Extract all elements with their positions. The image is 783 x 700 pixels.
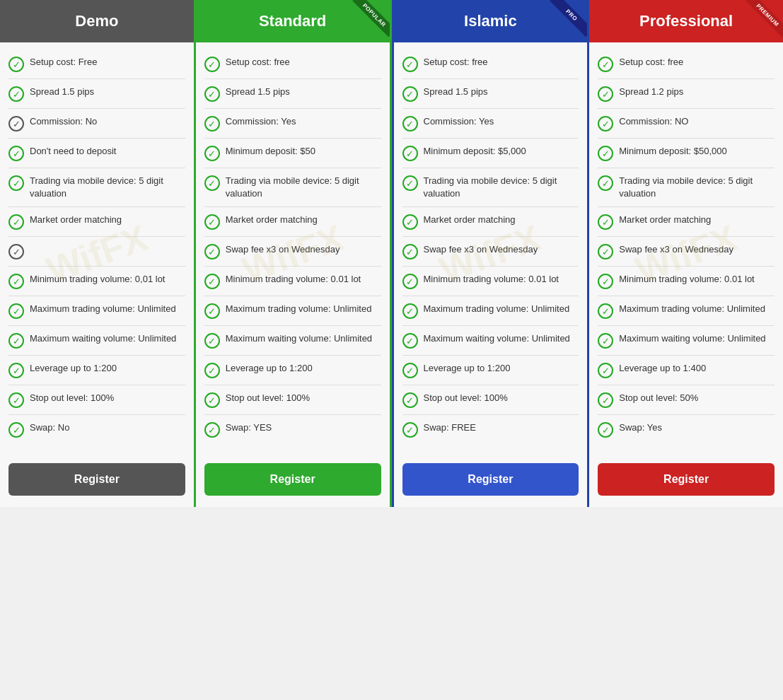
feature-row-islamic-1: ✓Spread 1.5 pips xyxy=(402,79,579,109)
check-icon-standard-5: ✓ xyxy=(204,214,220,230)
check-icon-standard-1: ✓ xyxy=(204,86,220,102)
check-icon-demo-9: ✓ xyxy=(8,333,24,349)
feature-row-islamic-10: ✓Leverage up to 1:200 xyxy=(402,356,579,385)
feature-text-standard-5: Market order matching xyxy=(226,214,318,226)
check-icon-demo-11: ✓ xyxy=(8,392,24,408)
badge-standard: POPULAR xyxy=(340,0,390,49)
feature-text-islamic-7: Minimum trading volume: 0.01 lot xyxy=(424,273,559,286)
check-icon-professional-0: ✓ xyxy=(598,57,613,72)
check-icon-islamic-2: ✓ xyxy=(402,116,418,132)
feature-text-demo-4: Trading via mobile device: 5 digit valua… xyxy=(30,175,185,200)
feature-row-islamic-0: ✓Setup cost: free xyxy=(402,49,579,79)
badge-professional: PREMIUM xyxy=(733,0,783,49)
feature-row-professional-11: ✓Stop out level: 50% xyxy=(598,385,775,415)
feature-text-professional-9: Maximum waiting volume: Unlimited xyxy=(619,332,765,345)
check-icon-islamic-1: ✓ xyxy=(402,86,418,102)
check-icon-professional-9: ✓ xyxy=(598,333,613,349)
column-body-demo: ✓Setup cost: Free✓Spread 1.5 pips✓Commis… xyxy=(0,42,194,452)
feature-row-islamic-12: ✓Swap: FREE xyxy=(402,415,579,445)
feature-text-professional-11: Stop out level: 50% xyxy=(619,392,698,404)
check-icon-standard-3: ✓ xyxy=(204,146,220,161)
feature-row-demo-11: ✓Stop out level: 100% xyxy=(8,385,185,415)
feature-text-professional-7: Minimum trading volume: 0.01 lot xyxy=(619,273,754,286)
feature-row-islamic-6: ✓Swap fee x3 on Wednesday xyxy=(402,237,579,267)
feature-text-demo-7: Minimum trading volume: 0,01 lot xyxy=(30,273,165,286)
badge-islamic: PRO xyxy=(538,0,587,49)
column-title-islamic: Islamic xyxy=(464,12,517,30)
check-icon-islamic-10: ✓ xyxy=(402,363,418,378)
feature-row-standard-6: ✓Swap fee x3 on Wednesday xyxy=(204,237,381,267)
feature-row-demo-3: ✓Don't need to deposit xyxy=(8,139,185,168)
feature-row-standard-3: ✓Minimum deposit: $50 xyxy=(204,139,381,168)
feature-row-demo-12: ✓Swap: No xyxy=(8,415,185,445)
feature-text-standard-1: Spread 1.5 pips xyxy=(226,86,290,98)
feature-text-professional-2: Commission: NO xyxy=(619,115,688,128)
feature-row-demo-7: ✓Minimum trading volume: 0,01 lot xyxy=(8,267,185,296)
check-icon-islamic-0: ✓ xyxy=(402,57,418,72)
register-button-demo[interactable]: Register xyxy=(8,463,185,496)
feature-row-demo-1: ✓Spread 1.5 pips xyxy=(8,79,185,109)
check-icon-professional-3: ✓ xyxy=(598,146,613,161)
feature-text-demo-11: Stop out level: 100% xyxy=(30,392,114,404)
column-professional: ProfessionalPREMIUMWifFX✓Setup cost: fre… xyxy=(589,0,783,507)
check-icon-standard-4: ✓ xyxy=(204,175,220,191)
feature-row-professional-6: ✓Swap fee x3 on Wednesday xyxy=(598,237,775,267)
feature-row-professional-4: ✓Trading via mobile device: 5 digit valu… xyxy=(598,168,775,207)
feature-row-islamic-8: ✓Maximum trading volume: Unlimited xyxy=(402,296,579,326)
register-button-islamic[interactable]: Register xyxy=(402,463,579,496)
feature-row-demo-8: ✓Maximum trading volume: Unlimited xyxy=(8,296,185,326)
feature-row-demo-5: ✓Market order matching xyxy=(8,207,185,237)
check-icon-professional-2: ✓ xyxy=(598,116,613,132)
feature-row-islamic-11: ✓Stop out level: 100% xyxy=(402,385,579,415)
check-icon-standard-11: ✓ xyxy=(204,392,220,408)
column-title-standard: Standard xyxy=(259,12,326,30)
feature-row-standard-12: ✓Swap: YES xyxy=(204,415,381,445)
column-body-islamic: ✓Setup cost: free✓Spread 1.5 pips✓Commis… xyxy=(394,42,588,452)
feature-row-professional-3: ✓Minimum deposit: $50,000 xyxy=(598,139,775,168)
feature-text-islamic-4: Trading via mobile device: 5 digit valua… xyxy=(424,175,579,200)
check-icon-professional-12: ✓ xyxy=(598,422,613,438)
feature-text-standard-9: Maximum waiting volume: Unlimited xyxy=(226,332,372,345)
column-title-professional: Professional xyxy=(639,12,733,30)
feature-row-standard-0: ✓Setup cost: free xyxy=(204,49,381,79)
feature-row-demo-9: ✓Maximum waiting volume: Unlimited xyxy=(8,326,185,356)
feature-row-standard-1: ✓Spread 1.5 pips xyxy=(204,79,381,109)
feature-text-demo-2: Commission: No xyxy=(30,115,97,128)
feature-text-demo-8: Maximum trading volume: Unlimited xyxy=(30,303,176,315)
check-icon-islamic-3: ✓ xyxy=(402,146,418,161)
check-icon-islamic-4: ✓ xyxy=(402,175,418,191)
feature-text-standard-2: Commission: Yes xyxy=(226,115,296,128)
feature-text-professional-4: Trading via mobile device: 5 digit valua… xyxy=(619,175,775,200)
feature-row-professional-2: ✓Commission: NO xyxy=(598,109,775,139)
feature-row-professional-7: ✓Minimum trading volume: 0.01 lot xyxy=(598,267,775,296)
feature-row-islamic-5: ✓Market order matching xyxy=(402,207,579,237)
register-button-professional[interactable]: Register xyxy=(598,463,775,496)
column-body-professional: ✓Setup cost: free✓Spread 1.2 pips✓Commis… xyxy=(589,42,783,452)
column-header-demo: Demo xyxy=(0,0,194,42)
feature-row-professional-8: ✓Maximum trading volume: Unlimited xyxy=(598,296,775,326)
check-icon-standard-8: ✓ xyxy=(204,303,220,319)
column-title-demo: Demo xyxy=(75,12,118,30)
check-icon-demo-0: ✓ xyxy=(8,57,24,72)
column-body-standard: ✓Setup cost: free✓Spread 1.5 pips✓Commis… xyxy=(196,42,390,452)
register-button-standard[interactable]: Register xyxy=(204,463,381,496)
check-icon-professional-10: ✓ xyxy=(598,363,613,378)
check-icon-professional-5: ✓ xyxy=(598,214,613,230)
feature-text-standard-8: Maximum trading volume: Unlimited xyxy=(226,303,372,315)
check-icon-standard-9: ✓ xyxy=(204,333,220,349)
feature-text-professional-1: Spread 1.2 pips xyxy=(619,86,683,98)
feature-text-standard-11: Stop out level: 100% xyxy=(226,392,310,404)
feature-text-islamic-8: Maximum trading volume: Unlimited xyxy=(424,303,570,315)
check-icon-islamic-8: ✓ xyxy=(402,303,418,319)
check-icon-demo-10: ✓ xyxy=(8,363,24,378)
feature-text-demo-5: Market order matching xyxy=(30,214,122,226)
check-icon-demo-2: ✓ xyxy=(8,116,24,132)
check-icon-professional-1: ✓ xyxy=(598,86,613,102)
feature-row-demo-4: ✓Trading via mobile device: 5 digit valu… xyxy=(8,168,185,207)
check-icon-islamic-12: ✓ xyxy=(402,422,418,438)
feature-text-standard-3: Minimum deposit: $50 xyxy=(226,145,315,158)
feature-text-demo-10: Leverage up to 1:200 xyxy=(30,362,117,375)
feature-text-islamic-1: Spread 1.5 pips xyxy=(424,86,488,98)
feature-text-professional-3: Minimum deposit: $50,000 xyxy=(619,145,726,158)
check-icon-islamic-11: ✓ xyxy=(402,392,418,408)
